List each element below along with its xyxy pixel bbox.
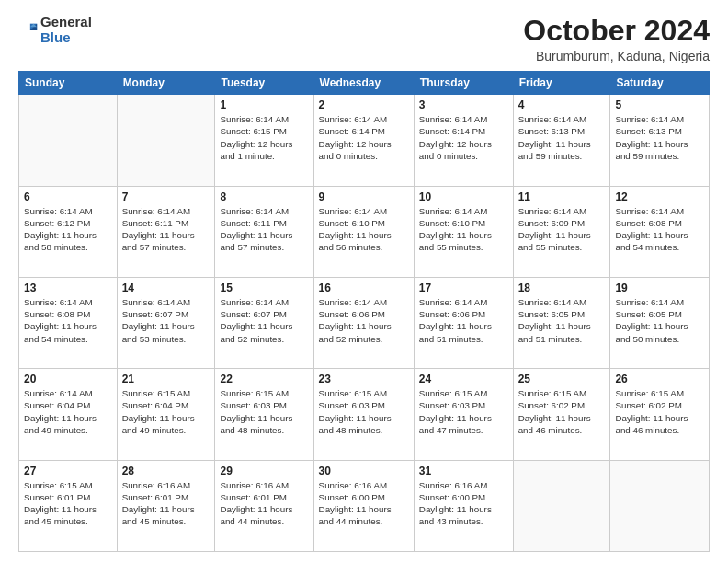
logo-general: General <box>40 14 92 29</box>
day-number: 18 <box>518 282 606 294</box>
day-number: 19 <box>615 282 704 294</box>
day-info: Sunrise: 6:14 AM Sunset: 6:05 PM Dayligh… <box>615 296 704 345</box>
day-number: 1 <box>220 98 308 111</box>
day-info: Sunrise: 6:14 AM Sunset: 6:08 PM Dayligh… <box>615 205 704 254</box>
calendar-cell: 22Sunrise: 6:15 AM Sunset: 6:03 PM Dayli… <box>215 369 313 460</box>
day-info: Sunrise: 6:15 AM Sunset: 6:02 PM Dayligh… <box>615 387 704 436</box>
calendar-cell: 3Sunrise: 6:14 AM Sunset: 6:14 PM Daylig… <box>414 95 513 186</box>
day-number: 23 <box>319 373 409 385</box>
day-info: Sunrise: 6:16 AM Sunset: 6:00 PM Dayligh… <box>319 479 409 528</box>
day-number: 9 <box>319 190 409 203</box>
day-info: Sunrise: 6:14 AM Sunset: 6:04 PM Dayligh… <box>24 387 112 436</box>
day-info: Sunrise: 6:15 AM Sunset: 6:04 PM Dayligh… <box>122 387 210 436</box>
day-info: Sunrise: 6:15 AM Sunset: 6:03 PM Dayligh… <box>319 387 409 436</box>
day-info: Sunrise: 6:14 AM Sunset: 6:07 PM Dayligh… <box>122 296 210 345</box>
weekday-header: Saturday <box>610 72 710 95</box>
weekday-header: Tuesday <box>215 72 313 95</box>
logo-text: General Blue <box>40 15 92 45</box>
calendar-cell: 13Sunrise: 6:14 AM Sunset: 6:08 PM Dayli… <box>19 277 118 368</box>
weekday-header: Sunday <box>19 72 118 95</box>
day-info: Sunrise: 6:15 AM Sunset: 6:03 PM Dayligh… <box>419 387 508 436</box>
calendar-cell: 7Sunrise: 6:14 AM Sunset: 6:11 PM Daylig… <box>117 186 215 277</box>
calendar-cell: 29Sunrise: 6:16 AM Sunset: 6:01 PM Dayli… <box>215 460 313 551</box>
day-number: 16 <box>319 282 409 294</box>
logo-icon <box>18 20 39 40</box>
calendar-cell: 21Sunrise: 6:15 AM Sunset: 6:04 PM Dayli… <box>117 369 215 460</box>
day-number: 15 <box>220 282 308 294</box>
calendar-cell: 2Sunrise: 6:14 AM Sunset: 6:14 PM Daylig… <box>313 95 414 186</box>
calendar-cell: 1Sunrise: 6:14 AM Sunset: 6:15 PM Daylig… <box>215 95 313 186</box>
calendar-cell: 9Sunrise: 6:14 AM Sunset: 6:10 PM Daylig… <box>313 186 414 277</box>
calendar-cell <box>513 460 610 551</box>
calendar-cell <box>117 95 215 186</box>
calendar-cell: 14Sunrise: 6:14 AM Sunset: 6:07 PM Dayli… <box>117 277 215 368</box>
calendar-cell: 26Sunrise: 6:15 AM Sunset: 6:02 PM Dayli… <box>610 369 710 460</box>
day-info: Sunrise: 6:16 AM Sunset: 6:01 PM Dayligh… <box>220 479 308 528</box>
day-number: 20 <box>24 373 112 385</box>
day-number: 14 <box>122 282 210 294</box>
day-number: 26 <box>615 373 704 385</box>
day-number: 25 <box>518 373 606 385</box>
calendar-cell: 25Sunrise: 6:15 AM Sunset: 6:02 PM Dayli… <box>513 369 610 460</box>
day-number: 2 <box>319 98 409 111</box>
day-number: 28 <box>122 465 210 477</box>
calendar-cell: 19Sunrise: 6:14 AM Sunset: 6:05 PM Dayli… <box>610 277 710 368</box>
day-info: Sunrise: 6:14 AM Sunset: 6:13 PM Dayligh… <box>518 113 606 162</box>
calendar-cell: 12Sunrise: 6:14 AM Sunset: 6:08 PM Dayli… <box>610 186 710 277</box>
day-info: Sunrise: 6:14 AM Sunset: 6:10 PM Dayligh… <box>419 205 508 254</box>
day-number: 12 <box>615 190 704 203</box>
calendar-cell: 16Sunrise: 6:14 AM Sunset: 6:06 PM Dayli… <box>313 277 414 368</box>
page: General Blue October 2024 Burumburum, Ka… <box>0 0 728 563</box>
calendar-cell: 27Sunrise: 6:15 AM Sunset: 6:01 PM Dayli… <box>19 460 118 551</box>
location: Burumburum, Kaduna, Nigeria <box>523 49 710 63</box>
calendar-week-row: 20Sunrise: 6:14 AM Sunset: 6:04 PM Dayli… <box>19 369 710 460</box>
calendar-cell: 4Sunrise: 6:14 AM Sunset: 6:13 PM Daylig… <box>513 95 610 186</box>
day-number: 10 <box>419 190 508 203</box>
calendar-week-row: 27Sunrise: 6:15 AM Sunset: 6:01 PM Dayli… <box>19 460 710 551</box>
day-info: Sunrise: 6:14 AM Sunset: 6:11 PM Dayligh… <box>220 205 308 254</box>
weekday-header: Wednesday <box>313 72 414 95</box>
day-info: Sunrise: 6:14 AM Sunset: 6:13 PM Dayligh… <box>615 113 704 162</box>
day-number: 4 <box>518 98 606 111</box>
day-info: Sunrise: 6:16 AM Sunset: 6:00 PM Dayligh… <box>419 479 508 528</box>
day-info: Sunrise: 6:14 AM Sunset: 6:12 PM Dayligh… <box>24 205 112 254</box>
day-info: Sunrise: 6:14 AM Sunset: 6:05 PM Dayligh… <box>518 296 606 345</box>
day-info: Sunrise: 6:15 AM Sunset: 6:01 PM Dayligh… <box>24 479 112 528</box>
calendar-cell: 15Sunrise: 6:14 AM Sunset: 6:07 PM Dayli… <box>215 277 313 368</box>
day-number: 3 <box>419 98 508 111</box>
day-number: 31 <box>419 465 508 477</box>
day-number: 6 <box>24 190 112 203</box>
day-number: 13 <box>24 282 112 294</box>
calendar-cell <box>19 95 118 186</box>
day-info: Sunrise: 6:14 AM Sunset: 6:14 PM Dayligh… <box>319 113 409 162</box>
calendar-cell: 20Sunrise: 6:14 AM Sunset: 6:04 PM Dayli… <box>19 369 118 460</box>
calendar-week-row: 13Sunrise: 6:14 AM Sunset: 6:08 PM Dayli… <box>19 277 710 368</box>
day-info: Sunrise: 6:14 AM Sunset: 6:10 PM Dayligh… <box>319 205 409 254</box>
calendar-week-row: 6Sunrise: 6:14 AM Sunset: 6:12 PM Daylig… <box>19 186 710 277</box>
day-number: 27 <box>24 465 112 477</box>
day-number: 29 <box>220 465 308 477</box>
calendar-cell: 28Sunrise: 6:16 AM Sunset: 6:01 PM Dayli… <box>117 460 215 551</box>
month-year: October 2024 <box>523 15 710 47</box>
weekday-header: Monday <box>117 72 215 95</box>
day-info: Sunrise: 6:14 AM Sunset: 6:14 PM Dayligh… <box>419 113 508 162</box>
calendar-week-row: 1Sunrise: 6:14 AM Sunset: 6:15 PM Daylig… <box>19 95 710 186</box>
calendar-cell <box>610 460 710 551</box>
weekday-header: Thursday <box>414 72 513 95</box>
day-number: 22 <box>220 373 308 385</box>
calendar-cell: 23Sunrise: 6:15 AM Sunset: 6:03 PM Dayli… <box>313 369 414 460</box>
title-block: October 2024 Burumburum, Kaduna, Nigeria <box>523 15 710 63</box>
day-info: Sunrise: 6:14 AM Sunset: 6:07 PM Dayligh… <box>220 296 308 345</box>
day-info: Sunrise: 6:14 AM Sunset: 6:11 PM Dayligh… <box>122 205 210 254</box>
weekday-header: Friday <box>513 72 610 95</box>
logo-blue: Blue <box>40 29 71 45</box>
day-info: Sunrise: 6:15 AM Sunset: 6:02 PM Dayligh… <box>518 387 606 436</box>
calendar-header-row: SundayMondayTuesdayWednesdayThursdayFrid… <box>19 72 710 95</box>
day-info: Sunrise: 6:14 AM Sunset: 6:08 PM Dayligh… <box>24 296 112 345</box>
calendar-cell: 17Sunrise: 6:14 AM Sunset: 6:06 PM Dayli… <box>414 277 513 368</box>
calendar-cell: 5Sunrise: 6:14 AM Sunset: 6:13 PM Daylig… <box>610 95 710 186</box>
day-info: Sunrise: 6:14 AM Sunset: 6:09 PM Dayligh… <box>518 205 606 254</box>
day-number: 30 <box>319 465 409 477</box>
day-number: 5 <box>615 98 704 111</box>
calendar-cell: 6Sunrise: 6:14 AM Sunset: 6:12 PM Daylig… <box>19 186 118 277</box>
